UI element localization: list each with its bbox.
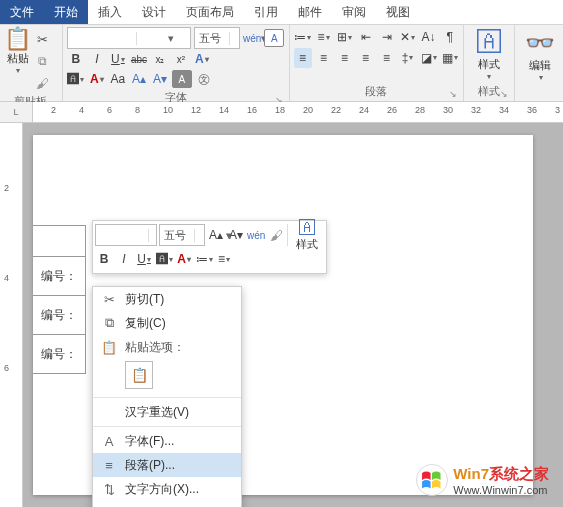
clipboard-icon: 📋 <box>4 27 31 51</box>
char-border-button[interactable]: A <box>264 29 284 47</box>
tab-references[interactable]: 引用 <box>244 0 288 24</box>
show-marks-button[interactable]: ¶ <box>441 27 459 47</box>
bullets-button[interactable]: ≔▾ <box>294 27 312 47</box>
sort-button[interactable]: A↓ <box>420 27 438 47</box>
grow-font-button[interactable]: A▴ <box>130 69 148 89</box>
align-center-button[interactable]: ≡ <box>315 48 333 68</box>
mini-bullets-button[interactable]: ≔▾ <box>195 249 213 269</box>
italic-button[interactable]: I <box>88 49 106 69</box>
mini-font-name-combo[interactable]: ▾ <box>95 224 157 246</box>
mini-numbering-button[interactable]: ≡▾ <box>215 249 233 269</box>
tab-view[interactable]: 视图 <box>376 0 420 24</box>
highlight-button[interactable]: 🅰▾ <box>67 69 85 89</box>
enclose-char-button[interactable]: ㉆ <box>195 69 213 89</box>
tab-page-layout[interactable]: 页面布局 <box>176 0 244 24</box>
tab-design[interactable]: 设计 <box>132 0 176 24</box>
mini-styles-button[interactable]: 🄰 样式 <box>290 215 324 255</box>
multilevel-button[interactable]: ⊞▾ <box>336 27 354 47</box>
copy-button[interactable]: ⧉ <box>33 51 51 71</box>
paragraph-icon: ≡ <box>101 458 117 473</box>
font-icon: A <box>101 434 117 449</box>
format-painter-button[interactable]: 🖌 <box>33 73 51 93</box>
mini-font-size-combo[interactable]: 五号▾ <box>159 224 205 246</box>
text-effects-button[interactable]: A▾ <box>193 49 211 69</box>
ctx-insert-symbol[interactable]: 插入符号(S) <box>93 501 241 507</box>
char-shading-button[interactable]: A <box>172 70 192 88</box>
ctx-paste-options-label: 📋粘贴选项： <box>93 335 241 359</box>
tab-home[interactable]: 开始 <box>44 0 88 24</box>
binoculars-icon: 👓 <box>525 30 555 56</box>
tab-selector[interactable]: L <box>0 102 33 122</box>
copy-icon: ⧉ <box>101 315 117 331</box>
mini-shrink-font-button[interactable]: A▾ <box>227 225 245 245</box>
paste-button[interactable]: 📋 粘贴 ▾ <box>4 27 31 93</box>
superscript-button[interactable]: x² <box>172 49 190 69</box>
font-name-combo[interactable]: ▾ <box>67 27 191 49</box>
align-justify-button[interactable]: ≡ <box>357 48 375 68</box>
mini-italic-button[interactable]: I <box>115 249 133 269</box>
borders-button[interactable]: ▦▾ <box>441 48 459 68</box>
launcher-icon[interactable]: ↘ <box>449 89 457 99</box>
decrease-indent-button[interactable]: ⇤ <box>357 27 375 47</box>
mini-toolbar: ▾ 五号▾ A▴ A▾ wén 🖌 🄰 样式 B I U▾ 🅰▾ A▾ ≔▾ ≡… <box>92 220 327 274</box>
mini-grow-font-button[interactable]: A▴ <box>207 225 225 245</box>
shrink-font-button[interactable]: A▾ <box>151 69 169 89</box>
tab-mail[interactable]: 邮件 <box>288 0 332 24</box>
clipboard-icon: 📋 <box>101 340 117 355</box>
change-case-button[interactable]: Aa <box>109 69 127 89</box>
bold-button[interactable]: B <box>67 49 85 69</box>
phonetic-guide-button[interactable]: wén <box>243 28 261 48</box>
mini-underline-button[interactable]: U▾ <box>135 249 153 269</box>
align-left-button[interactable]: ≡ <box>294 48 312 68</box>
scissors-icon: ✂ <box>101 292 117 307</box>
ctx-copy[interactable]: ⧉复制(C) <box>93 311 241 335</box>
text-direction-icon: ⇅ <box>101 482 117 497</box>
table-cell[interactable]: 编号： <box>33 295 86 335</box>
context-menu: ✂剪切(T) ⧉复制(C) 📋粘贴选项： 📋 汉字重选(V) A字体(F)...… <box>92 286 242 507</box>
ctx-hanzi-reselect[interactable]: 汉字重选(V) <box>93 400 241 424</box>
horizontal-ruler: L 246810121416182022242628303234363 <box>0 102 563 123</box>
ctx-paragraph[interactable]: ≡段落(P)... <box>93 453 241 477</box>
font-size-combo[interactable]: 五号▾ <box>194 27 240 49</box>
mini-highlight-button[interactable]: 🅰▾ <box>155 249 173 269</box>
mini-format-painter-button[interactable]: 🖌 <box>267 225 285 245</box>
mini-phonetic-button[interactable]: wén <box>247 225 265 245</box>
table-cell[interactable]: 编号： <box>33 256 86 296</box>
mini-bold-button[interactable]: B <box>95 249 113 269</box>
group-label-styles: 样式↘ <box>468 83 510 101</box>
paste-option-keep-text[interactable]: 📋 <box>125 361 153 389</box>
tab-insert[interactable]: 插入 <box>88 0 132 24</box>
group-clipboard: 📋 粘贴 ▾ ✂ ⧉ 🖌 剪贴板↘ <box>0 25 63 101</box>
ribbon: 📋 粘贴 ▾ ✂ ⧉ 🖌 剪贴板↘ ▾ 五号▾ wén A B <box>0 25 563 102</box>
align-right-button[interactable]: ≡ <box>336 48 354 68</box>
group-font: ▾ 五号▾ wén A B I U▾ abc x₂ x² A▾ 🅰▾ A▾ Aa… <box>63 25 290 101</box>
ctx-font[interactable]: A字体(F)... <box>93 429 241 453</box>
menu-tabs: 文件 开始 插入 设计 页面布局 引用 邮件 审阅 视图 <box>0 0 563 25</box>
styles-icon: 🄰 <box>299 219 315 237</box>
group-editing: 👓 编辑 ▾ <box>515 25 563 101</box>
numbering-button[interactable]: ≡▾ <box>315 27 333 47</box>
tab-review[interactable]: 审阅 <box>332 0 376 24</box>
line-spacing-button[interactable]: ‡▾ <box>399 48 417 68</box>
strikethrough-button[interactable]: abc <box>130 49 148 69</box>
ctx-text-direction[interactable]: ⇅文字方向(X)... <box>93 477 241 501</box>
font-color-button[interactable]: A▾ <box>88 69 106 89</box>
increase-indent-button[interactable]: ⇥ <box>378 27 396 47</box>
launcher-icon[interactable]: ↘ <box>500 89 508 99</box>
find-button[interactable]: 👓 编辑 ▾ <box>519 27 561 85</box>
cut-button[interactable]: ✂ <box>33 29 51 49</box>
align-distribute-button[interactable]: ≡ <box>378 48 396 68</box>
mini-font-color-button[interactable]: A▾ <box>175 249 193 269</box>
tab-file[interactable]: 文件 <box>0 0 44 24</box>
asian-layout-button[interactable]: ✕▾ <box>399 27 417 47</box>
chevron-down-icon: ▾ <box>16 66 20 75</box>
ctx-cut[interactable]: ✂剪切(T) <box>93 287 241 311</box>
table-cell[interactable] <box>33 225 86 257</box>
shading-button[interactable]: ◪▾ <box>420 48 438 68</box>
vertical-ruler: 246 <box>0 123 23 507</box>
group-styles: 🄰 样式 ▾ 样式↘ <box>464 25 515 101</box>
styles-button[interactable]: 🄰 样式 ▾ <box>468 27 510 83</box>
table-cell[interactable]: 编号： <box>33 334 86 374</box>
subscript-button[interactable]: x₂ <box>151 49 169 69</box>
underline-button[interactable]: U▾ <box>109 49 127 69</box>
